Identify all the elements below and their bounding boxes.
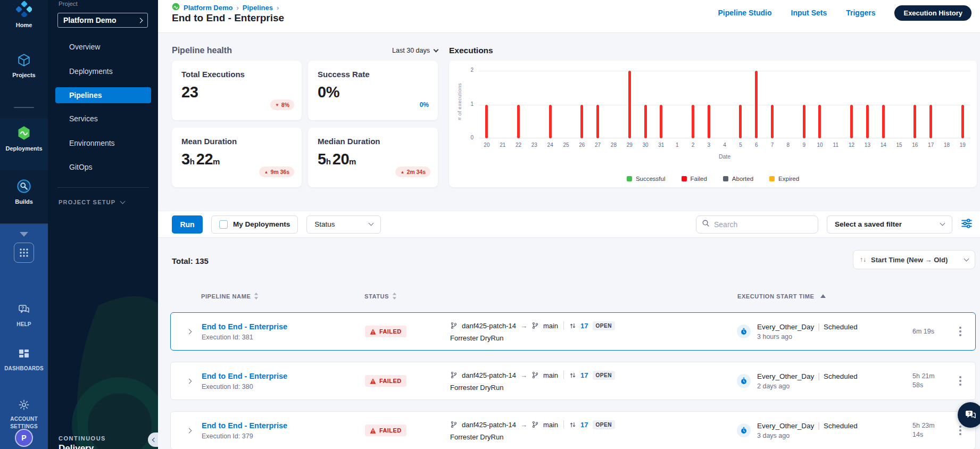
sidebar-item-builds[interactable]: Builds	[0, 179, 48, 205]
pr-number-link[interactable]: 17	[580, 322, 588, 330]
failed-bar	[580, 105, 583, 139]
pipeline-name-link[interactable]: End to End - Enterprise	[202, 421, 365, 430]
target-branch[interactable]: main	[543, 421, 558, 429]
my-deployments-checkbox[interactable]	[219, 220, 228, 229]
nav-item-deployments[interactable]: Deployments	[69, 67, 113, 76]
pipeline-name-link[interactable]: End to End - Enterprise	[202, 322, 365, 331]
row-expand-button[interactable]	[176, 330, 202, 334]
source-branch[interactable]: danf425-patch-14	[462, 322, 516, 330]
search-field[interactable]	[696, 215, 818, 234]
bar-slot	[685, 71, 701, 138]
bar-slot	[637, 71, 653, 138]
column-header-pipeline-name[interactable]: PIPELINE NAME	[201, 293, 364, 300]
search-input[interactable]	[714, 220, 812, 229]
git-branch-icon	[450, 322, 458, 329]
failed-bar	[708, 105, 710, 139]
status-badge: FAILED	[365, 425, 406, 436]
my-deployments-toggle[interactable]: My Deployments	[211, 215, 298, 234]
sidebar-collapse-chevron[interactable]	[0, 232, 48, 237]
metric-card-median-duration: Median Duration 5h20m ▲ 2m 34s	[308, 128, 438, 187]
pr-number-link[interactable]: 17	[580, 421, 588, 429]
duration: 6m 19s	[912, 327, 951, 336]
sort-both-icon	[254, 293, 259, 300]
nav-item-environments[interactable]: Environments	[69, 139, 115, 147]
pipeline-health-header: Pipeline health Last 30 days	[172, 46, 438, 55]
table-row[interactable]: End to End - Enterprise Execution Id: 38…	[170, 312, 976, 351]
sidebar-item-help[interactable]: ? HELP	[0, 303, 48, 328]
target-branch[interactable]: main	[543, 322, 558, 330]
row-menu-button[interactable]	[951, 326, 970, 337]
failed-bar	[866, 105, 869, 139]
time-ago: 3 days ago	[757, 432, 858, 439]
breadcrumb-pipelines-link[interactable]: Pipelines	[243, 4, 273, 12]
table-row[interactable]: End to End - Enterprise Execution Id: 37…	[170, 411, 976, 449]
sidebar-item-projects[interactable]: Projects	[0, 53, 48, 78]
x-tick-label: 8	[780, 142, 796, 148]
filter-sliders-button[interactable]	[961, 218, 973, 231]
metric-value: 3	[181, 151, 190, 168]
page-header: Platform Demo › Pipelines › End to End -…	[158, 0, 980, 33]
row-expand-button[interactable]	[176, 379, 202, 383]
git-branch-icon	[450, 371, 458, 379]
help-fab-button[interactable]: ?	[958, 402, 980, 428]
bar-slot	[542, 71, 558, 138]
divider: |	[818, 372, 820, 380]
pipeline-name-link[interactable]: End to End - Enterprise	[202, 372, 365, 380]
source-branch[interactable]: danf425-patch-14	[462, 421, 516, 429]
git-branch-icon	[450, 421, 458, 428]
bar-slot	[907, 71, 923, 138]
table-row[interactable]: End to End - Enterprise Execution Id: 38…	[170, 362, 976, 400]
tab-pipeline-studio[interactable]: Pipeline Studio	[718, 9, 771, 17]
pr-number-link[interactable]: 17	[580, 371, 588, 379]
breadcrumb-project-link[interactable]: Platform Demo	[184, 4, 232, 12]
nav-item-overview[interactable]: Overview	[69, 43, 100, 51]
sidebar-item-dashboards[interactable]: DASHBOARDS	[0, 348, 48, 372]
date-range-dropdown[interactable]: Last 30 days	[392, 47, 438, 54]
legend-label: Expired	[778, 176, 799, 182]
nav-item-services[interactable]: Services	[69, 114, 98, 123]
source-branch[interactable]: danf425-patch-14	[462, 371, 516, 379]
sidebar-item-home[interactable]: Home	[0, 1, 48, 28]
chart-plot-area	[479, 71, 970, 138]
x-tick-label: 15	[891, 142, 907, 148]
duration-line: 14s	[912, 430, 951, 439]
my-deployments-label: My Deployments	[233, 220, 290, 228]
chevron-down-icon	[20, 232, 28, 237]
x-tick-label: 1	[669, 142, 685, 148]
saved-filter-dropdown[interactable]: Select a saved filter	[827, 215, 952, 234]
project-setup-toggle[interactable]: PROJECT SETUP	[59, 199, 124, 205]
main-area: Platform Demo › Pipelines › End to End -…	[158, 0, 980, 449]
x-tick-label: 28	[606, 142, 622, 148]
x-tick-label: 7	[765, 142, 780, 148]
warning-triangle-icon	[370, 428, 376, 434]
status-dropdown[interactable]: Status	[306, 215, 381, 234]
sort-dropdown[interactable]: ↑↓ Start Time (New → Old)	[853, 250, 975, 269]
delta-arrow-icon: ▲	[400, 170, 404, 174]
row-menu-button[interactable]	[951, 376, 970, 387]
column-header-status[interactable]: STATUS	[364, 293, 450, 300]
trigger-name: Forrester DryRun	[450, 334, 737, 342]
sidebar-item-deployments[interactable]: Deployments	[0, 126, 48, 152]
tab-execution-history-active[interactable]: Execution History	[894, 5, 971, 21]
target-branch[interactable]: main	[543, 371, 558, 379]
executions-chart-title: Executions	[449, 46, 493, 55]
search-icon	[702, 219, 710, 229]
nav-item-gitops[interactable]: GitOps	[69, 163, 93, 171]
row-expand-button[interactable]	[176, 429, 202, 433]
column-header-execution-start-time[interactable]: EXECUTION START TIME	[737, 293, 913, 300]
execution-id: Execution Id: 380	[202, 383, 365, 390]
x-tick-label: 16	[907, 142, 923, 148]
tab-triggers[interactable]: Triggers	[846, 9, 875, 17]
schedule-name: Every_Other_Day	[757, 372, 814, 380]
project-selector[interactable]: Platform Demo	[57, 13, 148, 28]
delta-value: 2m 34s	[406, 169, 426, 175]
tab-input-sets[interactable]: Input Sets	[791, 9, 827, 17]
run-button[interactable]: Run	[172, 215, 203, 234]
git-branch-icon	[531, 371, 539, 379]
duration: 5h 21m 58s	[912, 372, 951, 390]
nav-item-pipelines-active[interactable]: Pipelines	[55, 87, 151, 103]
module-switcher-button[interactable]	[0, 243, 48, 263]
user-avatar[interactable]: P	[0, 429, 48, 447]
x-tick-label: 11	[828, 142, 844, 148]
sidebar-item-account-settings[interactable]: ACCOUNT SETTINGS	[0, 399, 48, 430]
